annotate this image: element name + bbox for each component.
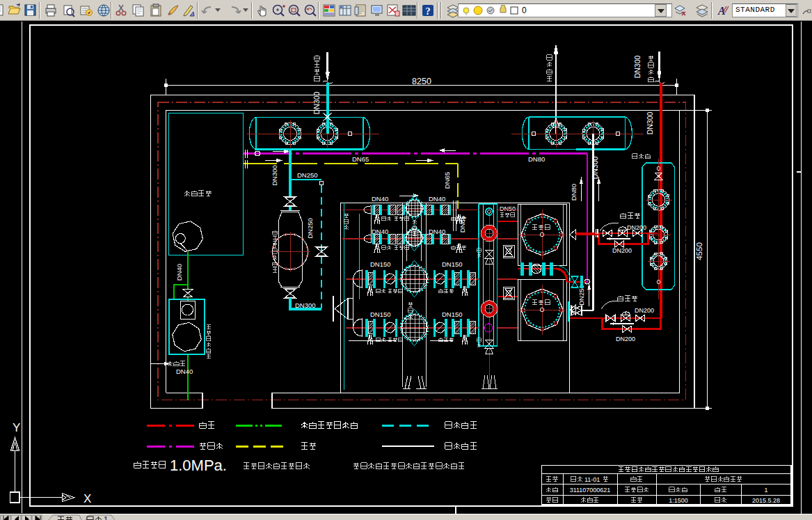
svg-text:1: 1 [104,515,108,520]
svg-text:1:1500: 1:1500 [669,497,688,504]
svg-text:1.0MPa.: 1.0MPa. [170,457,227,474]
svg-text:DN250: DN250 [297,171,318,179]
svg-text:?: ? [425,6,431,17]
svg-text:DN40: DN40 [372,195,388,203]
svg-text:DN50: DN50 [500,205,516,212]
svg-text:DN300: DN300 [312,91,321,114]
svg-text:DN80: DN80 [528,155,545,163]
svg-text:DN300: DN300 [646,111,654,134]
svg-text:DN40: DN40 [176,368,193,375]
svg-text:DN300: DN300 [591,156,599,179]
svg-text:DN40: DN40 [372,228,388,235]
svg-text:DN300: DN300 [271,165,278,186]
svg-text:DN150: DN150 [370,310,391,318]
svg-text:4550: 4550 [695,242,703,260]
svg-text:DN200: DN200 [635,307,654,314]
svg-text:DN200: DN200 [616,336,635,342]
svg-text:DN150: DN150 [442,310,463,318]
svg-text:11-01: 11-01 [584,476,600,483]
svg-text:DN200: DN200 [627,224,646,231]
svg-text:DN65: DN65 [352,155,369,163]
svg-text:DN80: DN80 [570,184,578,200]
svg-text:DN300: DN300 [295,301,316,309]
svg-text:DN150: DN150 [370,260,391,268]
svg-text:Y: Y [13,421,20,434]
svg-text:DN65: DN65 [443,172,451,189]
svg-text:8250: 8250 [412,77,431,86]
svg-text:2015.5.28: 2015.5.28 [752,497,780,504]
svg-text:DN150: DN150 [442,260,463,268]
svg-text:DN65: DN65 [459,216,466,233]
svg-text:DN40: DN40 [175,264,183,281]
svg-text:DN250: DN250 [306,218,314,239]
svg-text:DN40: DN40 [429,195,445,203]
svg-text:1: 1 [764,487,767,494]
svg-text:DN200: DN200 [612,247,632,254]
svg-text:311107000621: 311107000621 [570,487,611,494]
svg-text:DN40: DN40 [429,228,445,235]
svg-text:A: A [717,5,726,17]
svg-text:DN300: DN300 [633,55,642,78]
svg-text:X: X [83,492,91,505]
